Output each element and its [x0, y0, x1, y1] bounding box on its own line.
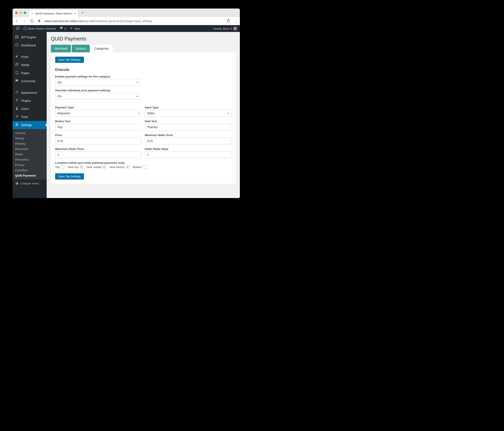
menu-item-appearance[interactable]: Appearance	[13, 89, 47, 97]
collapse-menu-button[interactable]: ◀ Collapse menu	[13, 180, 47, 187]
browser-tab[interactable]: 〰 QUID Payments ‹ Bram Stoker's ×	[29, 10, 78, 17]
submenu-item-cloudflare[interactable]: Cloudflare	[13, 168, 47, 173]
location-bottom: Bottom	[133, 165, 146, 169]
svg-point-8	[16, 123, 17, 124]
checkbox-top[interactable]	[61, 165, 64, 169]
home-icon	[23, 26, 27, 31]
submenu-item-general[interactable]: General	[13, 130, 47, 136]
menu-item-media[interactable]: Media	[13, 61, 47, 69]
browser-menu-button[interactable]: ⋮	[234, 19, 238, 23]
tab-title: QUID Payments ‹ Bram Stoker's	[36, 12, 72, 15]
override-label: Override individual post payment setting…	[55, 89, 231, 92]
howdy-text: Howdy, Bram S	[213, 27, 232, 30]
menu-label: Appearance	[21, 91, 37, 94]
paid-text-input[interactable]	[145, 124, 232, 131]
avatar	[234, 27, 237, 30]
menu-item-tools[interactable]: Tools	[13, 113, 47, 121]
svg-rect-2	[17, 35, 18, 36]
url-path: /wp-admin/options-general.php?page=quid_…	[84, 19, 152, 23]
back-button[interactable]	[15, 19, 18, 23]
dashboard-icon	[15, 43, 19, 48]
collapse-label: Collapse menu	[20, 182, 39, 185]
comments-count: 0	[64, 27, 66, 30]
max-slider-label: Maximum Slider Price	[55, 147, 142, 151]
menu-item-settings[interactable]: Settings	[13, 121, 47, 129]
site-link[interactable]: Bram Stoker's Dracula	[21, 25, 58, 32]
checkbox-bottom[interactable]	[143, 165, 146, 169]
location-near_bottom: Near bottom	[109, 165, 129, 169]
checkbox-near_top[interactable]	[80, 165, 83, 169]
svg-rect-4	[17, 37, 18, 38]
max-slider-input[interactable]	[55, 151, 142, 158]
browser-address-bar: www.read-dracula-online.com/wp-admin/opt…	[13, 17, 240, 25]
save-tab-settings-button-bottom[interactable]: Save Tab Settings	[55, 173, 84, 180]
menu-label: Dashboard	[21, 44, 36, 47]
submenu-item-permalinks[interactable]: Permalinks	[13, 157, 47, 162]
submenu-item-discussion[interactable]: Discussion	[13, 146, 47, 152]
minimize-window-button[interactable]	[19, 11, 22, 14]
extension-icon[interactable]	[226, 19, 230, 23]
menu-item-comments[interactable]: Comments	[13, 77, 47, 85]
sliders-icon	[15, 123, 19, 127]
location-top: Top	[55, 165, 64, 169]
initial-slider-input[interactable]	[145, 151, 232, 158]
menu-item-users[interactable]: Users	[13, 105, 47, 113]
url-domain: www.read-dracula-online.com	[45, 19, 84, 23]
forward-button[interactable]	[22, 19, 26, 23]
url-display[interactable]: www.read-dracula-online.com/wp-admin/opt…	[45, 19, 223, 23]
button-text-input[interactable]	[55, 124, 142, 131]
payment-type-select[interactable]: Required	[55, 110, 142, 117]
wrench-icon	[15, 115, 19, 119]
close-window-button[interactable]	[15, 11, 18, 14]
submenu-item-privacy[interactable]: Privacy	[13, 162, 47, 168]
tab-panel-categories: Save Tab Settings Dracula Enable payment…	[51, 52, 236, 184]
tab-close-icon[interactable]: ×	[74, 12, 76, 15]
media-icon	[15, 63, 19, 67]
tab-categories[interactable]: Categories	[90, 45, 113, 52]
submenu-item-quid[interactable]: QUID Payments	[13, 173, 47, 178]
menu-label: Pages	[21, 71, 30, 75]
admin-sidebar: WP EngineDashboard PostsMediaPagesCommen…	[13, 32, 47, 198]
menu-item-plugins[interactable]: Plugins	[13, 97, 47, 105]
wp-admin-bar: Bram Stoker's Dracula 0 New Howdy, Bram …	[13, 25, 240, 32]
svg-rect-1	[15, 35, 16, 36]
comments-link[interactable]: 0	[58, 25, 68, 32]
svg-point-7	[16, 107, 18, 108]
tab-merchant[interactable]: Merchant	[51, 45, 71, 52]
pages-icon	[15, 71, 19, 75]
reload-button[interactable]	[30, 19, 34, 23]
maximize-window-button[interactable]	[24, 11, 26, 14]
svg-point-6	[16, 64, 17, 65]
min-slider-input[interactable]	[145, 138, 232, 144]
account-link[interactable]: Howdy, Bram S	[213, 27, 238, 30]
checkbox-near_middle[interactable]	[103, 165, 106, 169]
menu-item-wpengine[interactable]: WP Engine	[13, 33, 47, 41]
comment-icon	[15, 79, 19, 83]
menu-item-posts[interactable]: Posts	[13, 53, 47, 61]
input-type-select[interactable]: Slider	[145, 110, 232, 117]
browser-window: 〰 QUID Payments ‹ Bram Stoker's × + www.…	[13, 9, 240, 198]
pin-icon	[15, 54, 19, 59]
brush-icon	[15, 90, 19, 95]
checkbox-label: Near middle	[87, 165, 101, 169]
menu-item-dashboard[interactable]: Dashboard	[13, 41, 47, 49]
menu-label: Plugins	[21, 99, 31, 102]
new-tab-button[interactable]: +	[80, 11, 85, 15]
price-input[interactable]	[55, 138, 142, 144]
enable-select[interactable]: On	[55, 79, 140, 86]
paid-text-label: Paid Text	[145, 120, 232, 123]
wp-logo[interactable]	[14, 25, 21, 32]
override-select[interactable]: On	[55, 93, 140, 100]
submenu-item-media[interactable]: Media	[13, 152, 47, 157]
menu-label: Tools	[21, 115, 28, 119]
checkbox-near_bottom[interactable]	[126, 165, 129, 169]
tab-buttons[interactable]: Buttons	[72, 45, 90, 52]
lock-icon	[38, 19, 41, 23]
save-tab-settings-button[interactable]: Save Tab Settings	[55, 57, 84, 63]
locations-label: Locations within post body (optional pay…	[55, 161, 231, 164]
submenu-item-reading[interactable]: Reading	[13, 141, 47, 146]
new-label: New	[75, 27, 80, 30]
new-content-link[interactable]: New	[68, 25, 82, 32]
submenu-item-writing[interactable]: Writing	[13, 136, 47, 141]
menu-item-pages[interactable]: Pages	[13, 69, 47, 77]
